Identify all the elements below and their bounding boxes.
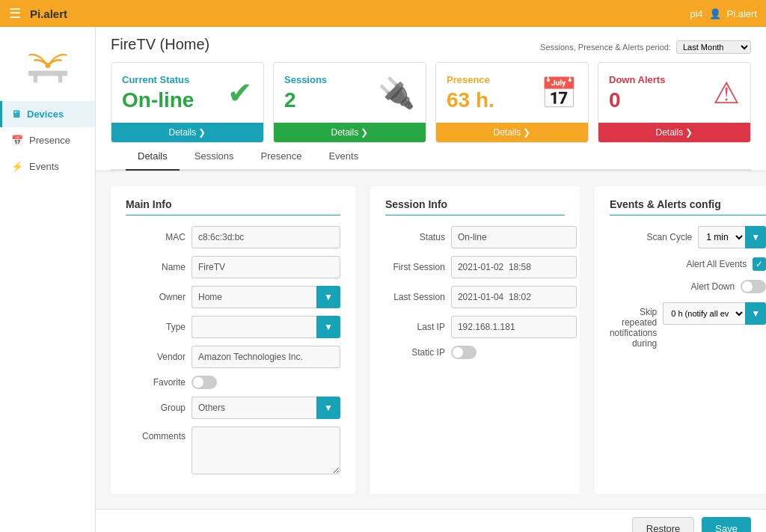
- first-session-label: First Session: [385, 262, 445, 272]
- sidebar-item-devices[interactable]: 🖥 Devices: [0, 101, 95, 127]
- mac-input[interactable]: [192, 226, 340, 248]
- brand-pi: Pi: [30, 7, 40, 20]
- stat-card-body-status: Current Status On-line ✔: [111, 63, 263, 123]
- save-button[interactable]: Save: [702, 517, 751, 532]
- alert-all-events-label: Alert All Events: [610, 259, 747, 269]
- period-label: Sessions, Presence & Alerts period:: [540, 43, 671, 52]
- vendor-label: Vendor: [126, 352, 186, 362]
- stat-footer-alerts[interactable]: Details ❯: [598, 123, 750, 142]
- stat-footer-presence[interactable]: Details ❯: [436, 123, 588, 142]
- name-input[interactable]: [192, 256, 340, 278]
- last-ip-row: Last IP: [385, 316, 565, 338]
- last-session-input[interactable]: [451, 286, 577, 308]
- tab-presence[interactable]: Presence: [249, 143, 314, 171]
- page-title: FireTV (Home): [111, 36, 209, 53]
- owner-input[interactable]: [192, 286, 316, 308]
- owner-dropdown-btn[interactable]: ▼: [316, 286, 340, 308]
- type-row: Type ▼: [126, 316, 340, 338]
- status-input[interactable]: [451, 226, 577, 248]
- stat-footer-status[interactable]: Details ❯: [111, 123, 263, 142]
- alert-down-row: Alert Down: [610, 280, 766, 293]
- stat-card-body-sessions: Sessions 2 🔌: [274, 63, 426, 123]
- comments-label: Comments: [126, 426, 186, 441]
- skip-repeated-btn[interactable]: ▼: [745, 302, 766, 325]
- header-left: ☰ Pi.alert: [9, 5, 67, 22]
- owner-label: Owner: [126, 292, 186, 302]
- tab-events[interactable]: Events: [316, 143, 370, 171]
- stat-card-status: Current Status On-line ✔ Details ❯: [111, 62, 264, 143]
- tab-details[interactable]: Details: [126, 143, 180, 171]
- scan-cycle-btn[interactable]: ▼: [745, 226, 766, 248]
- static-ip-toggle[interactable]: [451, 346, 477, 359]
- alert-down-toggle[interactable]: [741, 280, 766, 293]
- presence-icon: 📅: [11, 135, 23, 146]
- alert-all-events-checkbox[interactable]: ✓: [753, 257, 766, 271]
- first-session-input[interactable]: [451, 256, 577, 278]
- brand-name-right: Pi.alert: [727, 8, 757, 19]
- hamburger-menu[interactable]: ☰: [9, 5, 21, 22]
- stats-row: Current Status On-line ✔ Details ❯ Sessi…: [111, 62, 751, 143]
- mac-label: MAC: [126, 232, 186, 242]
- events-config-section: Events & Alerts config Scan Cycle 1 min …: [595, 186, 766, 494]
- tabs: Details Sessions Presence Events: [111, 143, 751, 171]
- group-input[interactable]: [192, 397, 316, 419]
- svg-rect-2: [58, 75, 62, 83]
- favorite-toggle[interactable]: [192, 376, 217, 389]
- type-dropdown-btn[interactable]: ▼: [316, 316, 340, 338]
- period-select[interactable]: Last Month Last Week Last 3 Months All t…: [676, 40, 751, 54]
- static-ip-row: Static IP: [385, 346, 565, 359]
- last-ip-label: Last IP: [385, 322, 445, 332]
- alert-all-events-row: Alert All Events ✓: [610, 257, 766, 271]
- type-input[interactable]: [192, 316, 316, 338]
- svg-point-3: [45, 63, 50, 68]
- scan-cycle-select[interactable]: 1 min 2 min 5 min: [698, 226, 745, 248]
- stat-card-presence: Presence 63 h. 📅 Details ❯: [435, 62, 589, 143]
- detail-area: Main Info MAC Name Owner ▼: [96, 171, 766, 509]
- stat-info-status: Current Status On-line: [122, 74, 194, 112]
- stat-info-presence: Presence 63 h.: [447, 74, 494, 112]
- page-header: FireTV (Home) Sessions, Presence & Alert…: [96, 27, 766, 171]
- stat-info-alerts: Down Alerts 0: [609, 74, 665, 112]
- last-ip-input[interactable]: [451, 316, 577, 338]
- session-info-section: Session Info Status First Session Last S…: [370, 186, 580, 494]
- sidebar-item-presence[interactable]: 📅 Presence: [0, 127, 95, 153]
- stat-card-alerts: Down Alerts 0 ⚠ Details ❯: [598, 62, 751, 143]
- vendor-input[interactable]: [192, 346, 340, 368]
- type-label: Type: [126, 322, 186, 332]
- skip-repeated-select[interactable]: 0 h (notify all even 1 h 2 h: [663, 302, 745, 325]
- header-right: pi4 👤 Pi.alert: [690, 8, 757, 19]
- group-input-group: ▼: [192, 397, 340, 419]
- comments-textarea[interactable]: [192, 426, 340, 474]
- group-label: Group: [126, 403, 186, 413]
- tab-sessions[interactable]: Sessions: [183, 143, 246, 171]
- skip-repeated-control: 0 h (notify all even 1 h 2 h ▼: [663, 302, 766, 325]
- events-config-title: Events & Alerts config: [610, 198, 766, 215]
- favorite-row: Favorite: [126, 376, 340, 389]
- status-row: Status: [385, 226, 565, 248]
- stat-footer-sessions[interactable]: Details ❯: [274, 123, 426, 142]
- first-session-row: First Session: [385, 256, 565, 278]
- scan-cycle-label: Scan Cycle: [610, 232, 692, 242]
- owner-row: Owner ▼: [126, 286, 340, 308]
- group-dropdown-btn[interactable]: ▼: [316, 397, 340, 419]
- events-icon: ⚡: [11, 161, 23, 172]
- scan-cycle-row: Scan Cycle 1 min 2 min 5 min ▼: [610, 226, 766, 248]
- devices-icon: 🖥: [11, 108, 21, 120]
- name-row: Name: [126, 256, 340, 278]
- skip-repeated-label: Skip repeatednotifications during: [610, 302, 657, 349]
- sidebar-nav: 🖥 Devices 📅 Presence ⚡ Events: [0, 101, 95, 180]
- sidebar-item-label-presence: Presence: [29, 135, 70, 146]
- main-content: FireTV (Home) Sessions, Presence & Alert…: [96, 27, 766, 532]
- stat-label-status: Current Status: [122, 74, 194, 85]
- app-layout: 🖥 Devices 📅 Presence ⚡ Events FireTV (Ho…: [0, 27, 766, 532]
- username: pi4: [690, 8, 702, 19]
- main-info-section: Main Info MAC Name Owner ▼: [111, 186, 355, 494]
- sidebar-item-label-events: Events: [29, 161, 59, 172]
- brand-logo: Pi.alert: [30, 7, 67, 20]
- session-info-title: Session Info: [385, 198, 565, 215]
- stat-card-sessions: Sessions 2 🔌 Details ❯: [273, 62, 426, 143]
- restore-button[interactable]: Restore: [632, 517, 695, 532]
- sidebar: 🖥 Devices 📅 Presence ⚡ Events: [0, 27, 96, 532]
- sidebar-item-events[interactable]: ⚡ Events: [0, 153, 95, 180]
- group-row: Group ▼: [126, 397, 340, 419]
